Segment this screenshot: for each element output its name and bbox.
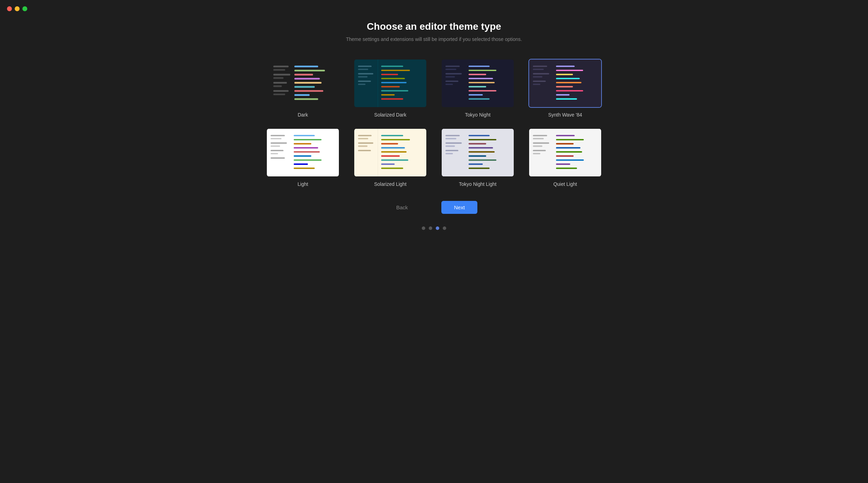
page-title: Choose an editor theme type (367, 21, 501, 32)
svg-rect-13 (294, 82, 322, 84)
back-button[interactable]: Back (391, 202, 413, 213)
pagination-dot-2[interactable] (429, 226, 432, 230)
theme-preview-synth-wave[interactable] (528, 59, 602, 108)
svg-rect-79 (294, 151, 320, 153)
svg-rect-32 (381, 90, 408, 91)
pagination-dot-4[interactable] (443, 226, 446, 230)
svg-rect-123 (556, 135, 575, 136)
svg-rect-49 (469, 94, 483, 96)
svg-rect-121 (533, 150, 546, 151)
svg-rect-68 (271, 135, 285, 136)
theme-item-tokyo-night[interactable]: Tokyo Night (441, 59, 514, 118)
svg-rect-39 (446, 76, 455, 78)
close-button[interactable] (7, 6, 12, 11)
svg-rect-56 (533, 80, 546, 82)
svg-rect-64 (556, 90, 583, 91)
svg-rect-48 (469, 90, 497, 91)
svg-rect-125 (556, 143, 574, 145)
theme-preview-tokyo-night[interactable] (441, 59, 514, 108)
svg-rect-95 (381, 151, 407, 153)
svg-rect-29 (381, 78, 405, 79)
theme-preview-solarized-light[interactable] (354, 128, 427, 177)
svg-rect-94 (381, 147, 405, 148)
svg-rect-76 (294, 139, 322, 140)
svg-rect-93 (381, 143, 398, 145)
svg-rect-52 (533, 65, 547, 67)
svg-rect-60 (556, 74, 573, 75)
svg-rect-74 (271, 158, 285, 159)
svg-rect-31 (381, 86, 400, 88)
svg-rect-98 (381, 163, 395, 165)
theme-preview-solarized-dark[interactable] (354, 59, 427, 108)
svg-rect-17 (294, 98, 318, 100)
theme-label-dark: Dark (298, 112, 308, 118)
theme-label-light: Light (298, 181, 308, 187)
svg-rect-69 (271, 138, 282, 139)
minimize-button[interactable] (15, 6, 20, 11)
svg-rect-110 (469, 147, 493, 148)
svg-rect-11 (294, 74, 313, 76)
maximize-button[interactable] (22, 6, 27, 11)
svg-rect-90 (358, 150, 371, 151)
theme-preview-light[interactable] (266, 128, 340, 177)
pagination-dots (422, 226, 446, 230)
svg-rect-3 (273, 74, 290, 76)
svg-rect-101 (446, 135, 460, 136)
theme-item-solarized-light[interactable]: Solarized Light (354, 128, 427, 187)
svg-rect-22 (358, 73, 373, 75)
svg-rect-26 (381, 65, 403, 67)
svg-rect-81 (294, 159, 322, 161)
svg-rect-2 (273, 69, 285, 71)
svg-rect-108 (469, 139, 497, 140)
svg-rect-73 (271, 153, 278, 154)
svg-rect-42 (469, 65, 490, 67)
page-subtitle: Theme settings and extensions will still… (346, 36, 522, 42)
svg-rect-72 (271, 150, 284, 151)
next-button[interactable]: Next (441, 201, 477, 214)
svg-rect-28 (381, 74, 398, 75)
svg-rect-40 (446, 80, 458, 82)
theme-label-solarized-dark: Solarized Dark (374, 112, 406, 118)
svg-rect-83 (294, 168, 315, 169)
svg-rect-77 (294, 143, 312, 145)
pagination-dot-1[interactable] (422, 226, 425, 230)
svg-rect-107 (469, 135, 490, 136)
nav-buttons: Back Next (391, 201, 477, 214)
pagination-dot-3[interactable] (436, 226, 439, 230)
svg-rect-126 (556, 147, 581, 148)
svg-rect-80 (294, 155, 312, 157)
svg-rect-19 (378, 59, 378, 107)
page-container: Choose an editor theme type Theme settin… (259, 0, 609, 244)
theme-item-light[interactable]: Light (266, 128, 340, 187)
svg-rect-106 (446, 153, 453, 154)
svg-rect-12 (294, 78, 320, 79)
svg-rect-119 (533, 142, 549, 144)
theme-item-quiet-light[interactable]: Quiet Light (528, 128, 602, 187)
svg-rect-130 (556, 163, 570, 165)
svg-rect-111 (469, 151, 495, 153)
svg-rect-54 (533, 73, 549, 75)
theme-preview-tokyo-night-light[interactable] (441, 128, 514, 177)
svg-rect-8 (273, 93, 285, 95)
svg-rect-44 (469, 74, 486, 75)
theme-preview-quiet-light[interactable] (528, 128, 602, 177)
svg-rect-63 (556, 86, 573, 88)
svg-rect-46 (469, 82, 495, 83)
theme-item-tokyo-night-light[interactable]: Tokyo Night Light (441, 128, 514, 187)
svg-rect-86 (358, 135, 372, 136)
svg-rect-70 (271, 142, 287, 144)
svg-rect-15 (294, 90, 323, 92)
theme-item-synth-wave[interactable]: Synth Wave '84 (528, 59, 602, 118)
themes-grid: Dark (266, 59, 602, 187)
svg-rect-75 (294, 135, 315, 136)
svg-rect-128 (556, 155, 574, 157)
svg-rect-36 (446, 65, 460, 67)
svg-rect-5 (273, 82, 287, 84)
theme-item-dark[interactable]: Dark (266, 59, 340, 118)
svg-rect-25 (358, 84, 365, 85)
theme-item-solarized-dark[interactable]: Solarized Dark (354, 59, 427, 118)
theme-label-tokyo-night: Tokyo Night (465, 112, 490, 118)
svg-rect-92 (381, 139, 410, 140)
svg-rect-57 (533, 84, 540, 85)
theme-preview-dark[interactable] (266, 59, 340, 108)
